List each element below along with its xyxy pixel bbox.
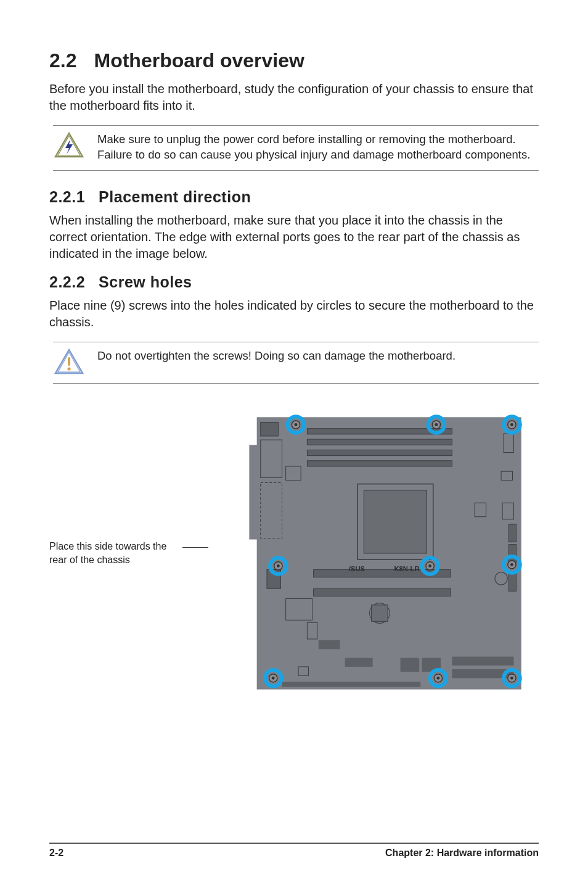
svg-rect-27 [345, 658, 373, 667]
svg-point-44 [435, 423, 438, 426]
svg-rect-11 [307, 461, 452, 466]
section-intro: Before you install the motherboard, stud… [49, 81, 539, 114]
brand-label: /SUS [349, 565, 365, 572]
section-number: 2.2 [49, 49, 76, 72]
svg-rect-7 [249, 445, 258, 539]
svg-rect-22 [372, 605, 388, 622]
footer-page-number: 2-2 [49, 848, 63, 859]
page-footer: 2-2 Chapter 2: Hardware information [49, 843, 539, 859]
svg-rect-30 [452, 657, 513, 666]
svg-rect-34 [508, 574, 516, 592]
svg-point-54 [272, 677, 275, 680]
svg-point-52 [510, 563, 513, 566]
warning-callout-overtighten: Do not overtighten the screws! Doing so … [53, 342, 539, 384]
svg-rect-10 [307, 450, 452, 455]
svg-rect-17 [364, 490, 427, 553]
warning-text: Make sure to unplug the power cord befor… [97, 132, 535, 163]
svg-rect-37 [261, 422, 279, 435]
subsection-heading-screws: 2.2.2 Screw holes [49, 273, 539, 291]
motherboard-figure: Place this side towards the rear of the … [49, 408, 539, 698]
svg-point-48 [277, 564, 280, 567]
subsection-body-screws: Place nine (9) screws into the holes ind… [49, 297, 539, 331]
section-title: Motherboard overview [94, 49, 304, 72]
svg-rect-25 [319, 640, 340, 649]
subsection-body-placement: When installing the motherboard, make su… [49, 212, 539, 262]
svg-rect-9 [307, 439, 452, 445]
warning-text: Do not overtighten the screws! Doing so … [97, 349, 455, 364]
footer-chapter: Chapter 2: Hardware information [385, 848, 539, 859]
svg-point-42 [295, 423, 298, 426]
svg-point-5 [67, 367, 70, 370]
svg-point-46 [510, 423, 513, 426]
motherboard-diagram: /SUS K8N-LR [238, 408, 528, 698]
subsection-number: 2.2.2 [49, 273, 85, 291]
lightning-triangle-icon [54, 132, 84, 159]
section-heading: 2.2 Motherboard overview [49, 49, 539, 72]
exclaim-triangle-icon [54, 349, 84, 376]
svg-rect-32 [508, 524, 516, 542]
leader-line [182, 547, 208, 548]
svg-rect-36 [282, 682, 421, 687]
svg-rect-4 [68, 357, 70, 366]
subsection-title: Placement direction [99, 188, 251, 206]
subsection-number: 2.2.1 [49, 188, 85, 206]
warning-callout-power: Make sure to unplug the power cord befor… [53, 125, 539, 171]
svg-point-56 [436, 677, 439, 680]
svg-rect-20 [314, 588, 451, 596]
svg-rect-33 [508, 545, 516, 563]
svg-rect-28 [401, 658, 420, 672]
model-label: K8N-LR [394, 565, 419, 572]
subsection-title: Screw holes [99, 273, 192, 291]
svg-point-50 [428, 564, 431, 567]
figure-caption: Place this side towards the rear of the … [49, 540, 173, 566]
svg-point-58 [510, 677, 513, 680]
subsection-heading-placement: 2.2.1 Placement direction [49, 188, 539, 206]
